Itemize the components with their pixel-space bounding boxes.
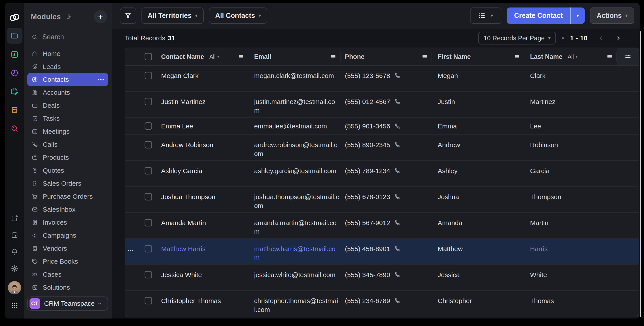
- filter-button[interactable]: [120, 7, 136, 24]
- territories-dropdown[interactable]: All Territories ▾: [142, 7, 204, 24]
- create-contact-button[interactable]: Create Contact: [507, 7, 570, 24]
- add-module-button[interactable]: +: [94, 10, 107, 23]
- sidebar-item-tasks[interactable]: Tasks: [27, 112, 108, 125]
- phone-call-icon[interactable]: [394, 272, 401, 278]
- email-cell[interactable]: matthew.harris@testmail.com: [248, 239, 340, 264]
- phone-call-icon[interactable]: [394, 220, 401, 226]
- header-email[interactable]: Email: [248, 48, 340, 65]
- row-checkbox[interactable]: [144, 245, 152, 252]
- bell-icon[interactable]: [10, 248, 19, 256]
- row-checkbox[interactable]: [144, 297, 152, 305]
- email-cell[interactable]: christopher.thomas@testmail.com: [248, 291, 340, 318]
- sidebar-item-quotes[interactable]: Quotes: [27, 164, 108, 177]
- previous-page-button[interactable]: [596, 33, 606, 43]
- calendar-icon[interactable]: [10, 231, 19, 239]
- rail-active-tab[interactable]: [6, 28, 22, 44]
- row-checkbox[interactable]: [144, 98, 152, 105]
- email-cell[interactable]: joshua.thompson@testmail.com: [248, 187, 340, 212]
- last-name-cell[interactable]: Garcia: [524, 161, 617, 186]
- last-name-cell[interactable]: Thomas: [524, 291, 617, 318]
- table-row[interactable]: ••• Joshua Thompson joshua.thompson@test…: [125, 187, 639, 213]
- sidebar-item-price-books[interactable]: Price Books: [27, 255, 108, 268]
- phone-call-icon[interactable]: [394, 298, 401, 304]
- last-name-cell[interactable]: Lee: [524, 118, 617, 134]
- email-cell[interactable]: emma.lee@testmail.com: [248, 118, 340, 134]
- header-first-name[interactable]: First Name: [432, 48, 524, 65]
- last-name-cell[interactable]: White: [524, 265, 617, 290]
- contact-name-filter-dropdown[interactable]: All ▾: [210, 53, 219, 60]
- email-cell[interactable]: ashley.garcia@testmail.com: [248, 161, 340, 186]
- select-all-checkbox[interactable]: [144, 53, 152, 60]
- bar-chart-icon[interactable]: [10, 50, 19, 59]
- table-row[interactable]: ••• Amanda Martin amanda.martin@testmail…: [125, 213, 639, 239]
- contact-name-cell[interactable]: Ashley Garcia: [155, 161, 248, 186]
- last-name-cell[interactable]: Robinson: [524, 135, 617, 160]
- last-name-cell[interactable]: Martin: [524, 213, 617, 238]
- table-row[interactable]: ••• Megan Clark megan.clark@testmail.com…: [125, 66, 639, 92]
- column-menu-icon[interactable]: [238, 54, 244, 59]
- next-page-button[interactable]: [614, 33, 623, 43]
- row-checkbox[interactable]: [144, 122, 152, 130]
- contact-name-cell[interactable]: Matthew Harris: [155, 239, 248, 264]
- vertical-scrollbar[interactable]: [640, 31, 641, 317]
- row-checkbox[interactable]: [144, 219, 152, 226]
- create-contact-menu-button[interactable]: ▾: [570, 7, 585, 24]
- phone-call-icon[interactable]: [394, 72, 401, 79]
- table-row[interactable]: ••• Jessica White jessica.white@testmail…: [125, 265, 639, 291]
- zoho-logo-icon[interactable]: [8, 11, 20, 23]
- column-menu-icon[interactable]: [514, 54, 520, 59]
- sliders-icon[interactable]: [66, 13, 72, 20]
- sidebar-item-leads[interactable]: Leads: [27, 60, 108, 73]
- row-checkbox[interactable]: [144, 72, 152, 79]
- sidebar-item-accounts[interactable]: Accounts: [27, 86, 108, 99]
- row-menu-ellipsis[interactable]: •••: [128, 246, 134, 255]
- row-checkbox[interactable]: [144, 271, 152, 279]
- sidebar-item-meetings[interactable]: Meetings: [27, 125, 108, 138]
- row-checkbox[interactable]: [144, 141, 152, 148]
- contact-name-cell[interactable]: Justin Martinez: [155, 92, 248, 117]
- row-checkbox[interactable]: [144, 193, 152, 200]
- last-name-cell[interactable]: Clark: [524, 66, 617, 91]
- column-menu-icon[interactable]: [422, 54, 428, 59]
- email-cell[interactable]: justin.martinez@testmail.com: [248, 92, 340, 117]
- sidebar-item-cases[interactable]: Cases: [27, 268, 108, 281]
- last-name-cell[interactable]: Thompson: [524, 187, 617, 212]
- last-name-cell[interactable]: Harris: [524, 239, 617, 264]
- column-settings-button[interactable]: [617, 48, 639, 65]
- phone-call-icon[interactable]: [394, 246, 401, 252]
- contact-name-cell[interactable]: Emma Lee: [155, 118, 248, 134]
- calendar-edit-icon[interactable]: [10, 87, 19, 96]
- email-cell[interactable]: amanda.martin@testmail.com: [248, 213, 340, 238]
- gear-icon[interactable]: [10, 264, 19, 273]
- table-row[interactable]: ••• Andrew Robinson andrew.robinson@test…: [125, 135, 639, 161]
- sidebar-item-calls[interactable]: Calls: [27, 138, 108, 151]
- records-per-page-dropdown[interactable]: 10 Records Per Page ▾: [478, 32, 556, 44]
- table-row[interactable]: ••• Justin Martinez justin.martinez@test…: [125, 92, 639, 118]
- header-phone[interactable]: Phone: [340, 48, 432, 65]
- last-name-filter-dropdown[interactable]: All ▾: [568, 53, 578, 60]
- view-dropdown[interactable]: All Contacts ▾: [209, 7, 267, 24]
- contact-name-cell[interactable]: Joshua Thompson: [155, 187, 248, 212]
- table-row[interactable]: ••• Matthew Harris matthew.harris@testma…: [125, 239, 639, 265]
- app-grid-icon[interactable]: [10, 301, 19, 310]
- email-cell[interactable]: megan.clark@testmail.com: [248, 66, 340, 91]
- table-row[interactable]: ••• Christopher Thomas christopher.thoma…: [125, 291, 639, 318]
- header-contact-name[interactable]: Contact Name All ▾: [155, 48, 248, 65]
- contact-name-cell[interactable]: Christopher Thomas: [155, 291, 248, 318]
- sidebar-item-products[interactable]: Products: [27, 151, 108, 164]
- header-last-name[interactable]: Last Name All ▾: [524, 48, 617, 65]
- pie-chart-icon[interactable]: [10, 69, 19, 77]
- sidebar-item-sales-orders[interactable]: $Sales Orders: [27, 177, 108, 190]
- phone-call-icon[interactable]: [394, 194, 401, 200]
- table-row[interactable]: ••• Ashley Garcia ashley.garcia@testmail…: [125, 161, 639, 187]
- phone-call-icon[interactable]: [394, 123, 401, 129]
- contact-name-cell[interactable]: Jessica White: [155, 265, 248, 290]
- contact-name-cell[interactable]: Megan Clark: [155, 66, 248, 91]
- storefront-icon[interactable]: [10, 106, 19, 114]
- table-row[interactable]: ••• Emma Lee emma.lee@testmail.com (555)…: [125, 118, 639, 135]
- column-menu-icon[interactable]: [330, 54, 336, 59]
- actions-dropdown[interactable]: Actions ▾: [590, 7, 634, 24]
- column-menu-icon[interactable]: [607, 54, 612, 59]
- email-cell[interactable]: jessica.white@testmail.com: [248, 265, 340, 290]
- list-view-toggle[interactable]: ▾: [470, 7, 502, 24]
